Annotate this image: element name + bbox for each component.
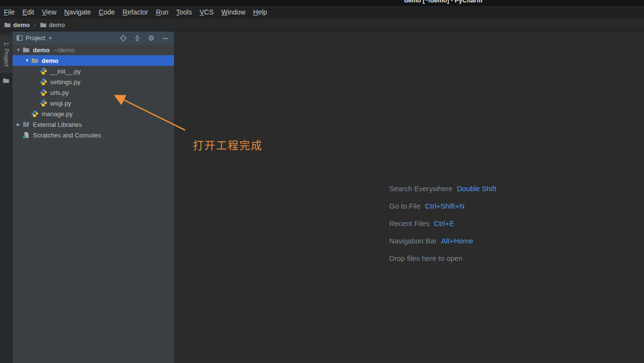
tree-item-label: __init__.py (50, 68, 81, 75)
shortcut-action: Navigation Bar (389, 237, 437, 245)
folder-icon (2, 77, 10, 84)
hide-panel-icon[interactable] (161, 34, 169, 42)
project-panel-header[interactable]: Project ▼ ⚙ (13, 31, 174, 45)
folder-icon (22, 46, 30, 54)
window-title-bar: demo [~/demo] - PyCharm (0, 0, 644, 6)
shortcut-action: Drop files here to open (389, 254, 463, 262)
menu-tools[interactable]: Tools (172, 7, 196, 17)
menu-refactor[interactable]: Refactor (119, 7, 152, 17)
project-panel-icon (16, 35, 23, 41)
tree-item-demo-package[interactable]: ▼ demo (13, 55, 174, 66)
collapse-all-icon[interactable] (133, 34, 141, 42)
breadcrumb-item-demo[interactable]: demo (40, 21, 65, 29)
shortcut-row: Recent Files Ctrl+E (389, 214, 497, 232)
tree-item-label: wsgi.py (50, 100, 71, 107)
menu-vcs[interactable]: VCS (196, 7, 218, 17)
tree-item-settings-py[interactable]: settings.py (13, 76, 174, 87)
tree-item-label: demo (42, 57, 59, 64)
tree-item-urls-py[interactable]: urls.py (13, 87, 174, 98)
shortcut-row: Drop files here to open (389, 249, 497, 267)
tree-item-manage-py[interactable]: manage.py (13, 108, 174, 119)
annotation-text: 打开工程完成 (193, 136, 263, 152)
project-panel-title: Project (26, 34, 45, 42)
scratches-consoles-icon (22, 131, 30, 139)
folder-icon (4, 21, 11, 29)
tree-item-label: demo (33, 46, 50, 54)
tool-window-button-label: 1: Project (3, 42, 10, 67)
chevron-expanded-icon[interactable]: ▼ (15, 47, 22, 52)
left-tool-strip: 1: Project (0, 31, 13, 363)
folder-icon (40, 21, 47, 29)
external-libraries-icon (22, 121, 30, 128)
menu-file[interactable]: File (0, 7, 19, 17)
menu-navigate[interactable]: Navigate (60, 7, 95, 17)
breadcrumb-item-demo-root[interactable]: demo (4, 21, 30, 29)
menu-help[interactable]: Help (249, 7, 271, 17)
tree-item-label: settings.py (50, 78, 80, 86)
settings-gear-icon[interactable]: ⚙ (147, 34, 155, 42)
python-file-icon (40, 99, 47, 107)
shortcut-keys: Double Shift (457, 184, 497, 193)
shortcut-row: Search Everywhere Double Shift (389, 180, 497, 197)
shortcut-row: Navigation Bar Alt+Home (389, 232, 497, 249)
main-area: 1: Project Project ▼ ⚙ ▼ demo ~/demo (0, 31, 644, 363)
shortcut-action: Go to File (389, 202, 421, 210)
tree-item-label: manage.py (42, 110, 73, 118)
menu-code[interactable]: Code (95, 7, 118, 17)
shortcut-row: Go to File Ctrl+Shift+N (389, 197, 497, 214)
project-tool-window: Project ▼ ⚙ ▼ demo ~/demo ▼ demo (13, 31, 175, 363)
python-file-icon (40, 89, 47, 96)
shortcut-keys: Ctrl+E (434, 219, 454, 227)
navigation-bar: demo › demo (0, 18, 644, 31)
tree-item-path-suffix: ~/demo (54, 46, 75, 54)
menu-bar: File Edit View Navigate Code Refactor Ru… (0, 6, 644, 18)
shortcut-hints: Search Everywhere Double Shift Go to Fil… (389, 180, 497, 267)
chevron-expanded-icon[interactable]: ▼ (23, 58, 31, 63)
shortcut-keys: Alt+Home (441, 237, 473, 245)
shortcut-action: Search Everywhere (389, 184, 453, 193)
menu-run[interactable]: Run (152, 7, 173, 17)
tree-item-demo-root[interactable]: ▼ demo ~/demo (13, 45, 174, 55)
editor-empty-area[interactable]: 打开工程完成 Search Everywhere Double Shift Go… (175, 31, 644, 363)
chevron-down-icon[interactable]: ▼ (48, 36, 52, 41)
menu-edit[interactable]: Edit (19, 7, 38, 17)
shortcut-keys: Ctrl+Shift+N (425, 202, 465, 210)
tree-item-external-libraries[interactable]: ▶ External Libraries (13, 119, 174, 130)
folder-icon (31, 57, 39, 64)
shortcut-action: Recent Files (389, 219, 429, 227)
breadcrumb-label: demo (13, 21, 30, 29)
tree-item-label: External Libraries (33, 121, 82, 128)
python-file-icon (40, 67, 47, 75)
tree-item-label: Scratches and Consoles (33, 132, 101, 139)
menu-window[interactable]: Window (218, 7, 249, 17)
python-file-icon (31, 110, 39, 118)
chevron-collapsed-icon[interactable]: ▶ (15, 122, 22, 127)
tree-item-scratches[interactable]: Scratches and Consoles (13, 130, 174, 140)
breadcrumb-label: demo (49, 21, 65, 29)
tree-item-label: urls.py (50, 89, 69, 96)
menu-view[interactable]: View (38, 7, 60, 17)
window-title: demo [~/demo] - PyCharm (404, 0, 482, 4)
project-tree: ▼ demo ~/demo ▼ demo __init__.py setting… (13, 45, 174, 140)
tree-item-init-py[interactable]: __init__.py (13, 66, 174, 76)
tool-window-button-project[interactable]: 1: Project (0, 35, 13, 73)
breadcrumb-separator-icon: › (32, 21, 38, 29)
locate-icon[interactable] (119, 34, 127, 42)
tree-item-wsgi-py[interactable]: wsgi.py (13, 98, 174, 108)
python-file-icon (40, 78, 47, 86)
